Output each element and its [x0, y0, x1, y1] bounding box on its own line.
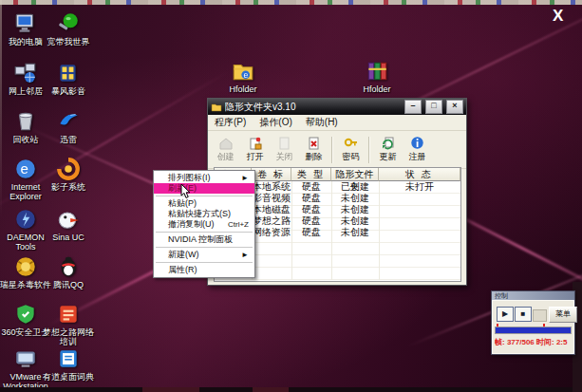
svg-text:e: e — [243, 70, 248, 80]
control-titlebar[interactable]: 控制 — [492, 291, 574, 300]
menu-item-arrange-icons[interactable]: 排列图标(I) ► — [154, 173, 254, 183]
desktop-icon-label: 有道桌面词典 — [39, 372, 98, 382]
desktop-icon-sina-uc[interactable]: Sina UC — [39, 207, 98, 242]
menu-shortcut: Ctrl+Z — [228, 219, 249, 230]
desktop-icon-hfolder[interactable]: e Hfolder — [214, 59, 272, 94]
rising-antivirus-icon — [13, 254, 38, 279]
menu-item-undo-copy[interactable]: 撤消复制(U) Ctrl+Z — [154, 219, 254, 230]
create-button[interactable]: 创建 — [211, 134, 240, 166]
maximize-button[interactable]: □ — [425, 100, 442, 114]
desktop-icon-label: Sina UC — [39, 233, 98, 242]
desktop-icon-label: 梦想之路网络培训 — [39, 327, 98, 346]
desktop-icon-thunder[interactable]: 迅雷 — [39, 109, 98, 144]
dream-road-training-icon — [56, 302, 81, 327]
overlay-close-icon[interactable]: X — [553, 8, 563, 25]
player-control-window: 控制 ▶ ■ 菜单 帧: 377/506 时间: 2:5 — [491, 290, 575, 355]
window-title: 隐形文件夹v3.10 — [225, 101, 401, 114]
tencent-qq-icon — [56, 254, 81, 279]
internet-explorer-icon: e — [13, 157, 38, 181]
menu-operation[interactable]: 操作(O) — [253, 116, 298, 129]
desktop-icon-label: Hfolder — [347, 84, 406, 94]
password-button[interactable]: 密码 — [336, 134, 366, 166]
window-titlebar[interactable]: 隐形文件夹v3.10 – □ × — [208, 99, 466, 115]
mouse-cursor-icon — [180, 183, 192, 203]
progress-fill — [496, 327, 571, 333]
svg-text:e: e — [21, 160, 28, 177]
open-icon — [248, 136, 262, 150]
control-body: ▶ ■ 菜单 帧: 377/506 时间: 2:5 — [492, 300, 574, 354]
column-header-status[interactable]: 状 态 — [379, 168, 460, 181]
folder-icon: e — [231, 59, 255, 84]
pause-button-disabled[interactable] — [533, 309, 547, 322]
progress-marker — [543, 324, 545, 327]
desktop-screen: 我的电脑 网上邻居 回收站 e Internet Explorer DAEMON… — [0, 0, 582, 392]
delete-button[interactable]: 删除 — [299, 134, 329, 166]
frame-bottom-block — [142, 387, 199, 392]
desktop-context-menu: 排列图标(I) ► 刷新(E) 粘贴(P) 粘贴快捷方式(S) 撤消复制(U) … — [153, 170, 255, 278]
desktop-icon-storm-player[interactable]: 暴风影音 — [39, 61, 98, 96]
playback-progress-bar[interactable] — [495, 327, 572, 334]
desktop-icon-label: 迅雷 — [39, 135, 98, 144]
desktop-icon-label: 宽带我世界 — [39, 37, 98, 47]
stop-button[interactable]: ■ — [515, 307, 532, 322]
recycle-bin-icon — [13, 109, 38, 134]
window-folder-icon — [211, 102, 222, 113]
play-button[interactable]: ▶ — [497, 307, 514, 322]
menu-item-nvidia-control-panel[interactable]: NVIDIA 控制面板 — [154, 234, 254, 245]
register-button[interactable]: 注册 — [403, 134, 432, 166]
open-button[interactable]: 打开 — [240, 134, 270, 166]
frame-bottom-block — [253, 387, 289, 392]
menu-item-paste-shortcut[interactable]: 粘贴快捷方式(S) — [154, 209, 254, 219]
menu-separator — [156, 247, 253, 248]
close-folder-button[interactable]: 关闭 — [270, 134, 299, 166]
youdao-dict-icon — [56, 346, 81, 371]
desktop-icon-hfolder-rar[interactable]: Hfolder — [347, 59, 406, 94]
winrar-icon — [365, 59, 389, 84]
minimize-button[interactable]: – — [404, 100, 422, 114]
vmware-workstation-icon — [13, 346, 38, 371]
update-button[interactable]: 更新 — [373, 134, 403, 166]
create-icon — [218, 136, 233, 150]
desktop-icon-youdao-dict[interactable]: 有道桌面词典 — [39, 346, 98, 382]
menu-separator — [156, 196, 253, 196]
toolbar-separator — [331, 137, 333, 163]
daemon-tools-icon — [13, 207, 38, 232]
shadow-system-icon — [56, 157, 81, 181]
frame-top-strip — [0, 0, 582, 5]
close-button[interactable]: × — [446, 100, 463, 114]
my-computer-icon — [13, 11, 38, 36]
desktop-icon-shadow-system[interactable]: 影子系统 — [39, 157, 98, 192]
close-folder-icon — [277, 136, 291, 150]
column-header-volume[interactable]: 卷 标 — [252, 168, 291, 181]
toolbar-separator — [368, 137, 370, 163]
column-header-hidden-folder[interactable]: 隐形文件夹 — [331, 168, 379, 181]
desktop-icon-tencent-qq[interactable]: 腾讯QQ — [39, 254, 98, 289]
menu-item-properties[interactable]: 属性(R) — [154, 265, 254, 275]
network-places-icon — [13, 61, 38, 85]
thunder-icon — [56, 109, 81, 134]
menu-separator — [156, 232, 253, 233]
delete-icon — [307, 136, 321, 150]
desktop-icon-label: 暴风影音 — [39, 86, 98, 96]
progress-marker — [497, 324, 498, 327]
desktop-icon-broadband-world[interactable]: 宽带我世界 — [39, 11, 98, 47]
broadband-world-icon — [56, 11, 81, 36]
frame-bottom-strip — [0, 387, 582, 392]
desktop-icon-label: 腾讯QQ — [39, 280, 98, 289]
menu-help[interactable]: 帮助(H) — [299, 116, 345, 129]
frame-time-status: 帧: 377/506 时间: 2:5 — [495, 337, 573, 347]
menu-item-refresh[interactable]: 刷新(E) — [154, 183, 254, 194]
column-header-type[interactable]: 类 型 — [291, 168, 331, 181]
menu-item-new[interactable]: 新建(W) ► — [154, 250, 254, 260]
toolbar: 创建 打开 关闭 删除 密码 更新 — [208, 131, 466, 169]
sina-uc-icon — [56, 207, 81, 232]
menu-program[interactable]: 程序(P) — [208, 116, 253, 129]
register-info-icon — [410, 136, 424, 150]
menu-item-paste[interactable]: 粘贴(P) — [154, 198, 254, 209]
menu-bar: 程序(P) 操作(O) 帮助(H) — [208, 115, 466, 131]
desktop-icon-label: 影子系统 — [39, 182, 98, 192]
menu-separator — [156, 262, 253, 263]
desktop-icon-dream-road-training[interactable]: 梦想之路网络培训 — [39, 302, 98, 346]
submenu-arrow-icon: ► — [241, 250, 249, 260]
player-menu-button[interactable]: 菜单 — [549, 307, 577, 323]
